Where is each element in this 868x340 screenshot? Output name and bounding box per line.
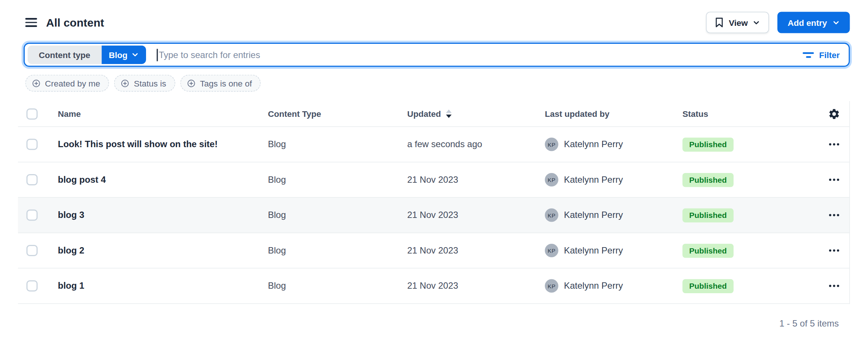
table-row[interactable]: blog post 4 Blog 21 Nov 2023 KP Katelynn…: [18, 163, 850, 198]
entry-updated: 21 Nov 2023: [407, 246, 545, 256]
avatar: KP: [545, 244, 558, 257]
entry-last-updated-by: Katelynn Perry: [564, 246, 623, 256]
entry-updated: a few seconds ago: [407, 139, 545, 149]
quick-filter-tags-is-one-of[interactable]: Tags is one of: [180, 75, 261, 92]
page-title: All content: [46, 16, 104, 29]
plus-circle-icon: [121, 79, 130, 88]
entry-updated: 21 Nov 2023: [407, 210, 545, 220]
bookmark-icon: [715, 18, 724, 28]
filter-button-label: Filter: [819, 50, 840, 60]
column-header-updated-label: Updated: [407, 109, 441, 119]
avatar: KP: [545, 138, 558, 151]
top-bar: All content View Add entry: [18, 11, 850, 34]
quick-filters-row: Created by me Status is Tags is one of: [25, 75, 850, 92]
entries-table: Name Content Type Updated Last updated b…: [18, 101, 850, 304]
quick-filter-created-by-me[interactable]: Created by me: [25, 75, 109, 92]
filter-button[interactable]: Filter: [803, 50, 840, 60]
entry-content-type: Blog: [268, 139, 407, 149]
select-all-checkbox[interactable]: [27, 108, 38, 119]
entry-name: blog post 4: [58, 175, 268, 185]
row-checkbox[interactable]: [27, 174, 38, 185]
hamburger-menu-icon[interactable]: [25, 18, 37, 27]
entry-content-type: Blog: [268, 281, 407, 291]
table-settings-gear-icon[interactable]: [828, 107, 841, 120]
column-header-updated[interactable]: Updated: [407, 109, 545, 119]
status-badge: Published: [683, 173, 734, 187]
content-type-selected: Blog: [109, 50, 128, 60]
table-header-row: Name Content Type Updated Last updated b…: [18, 101, 850, 127]
row-checkbox[interactable]: [27, 245, 38, 256]
status-badge: Published: [683, 243, 734, 258]
avatar: KP: [545, 209, 558, 222]
content-type-filter-label: Content type: [28, 46, 102, 64]
table-row[interactable]: Look! This post will show on the site! B…: [18, 127, 850, 163]
column-header-content-type: Content Type: [268, 109, 407, 119]
add-entry-button-label: Add entry: [788, 18, 827, 27]
entry-content-type: Blog: [268, 175, 407, 185]
content-type-filter-pill[interactable]: Content type Blog: [28, 46, 146, 64]
entry-updated: 21 Nov 2023: [407, 281, 545, 291]
status-badge: Published: [683, 137, 734, 152]
entry-name: blog 1: [58, 281, 268, 291]
plus-circle-icon: [32, 79, 41, 88]
row-actions-menu-icon[interactable]: [828, 140, 841, 149]
column-header-name: Name: [58, 109, 268, 119]
row-actions-menu-icon[interactable]: [828, 246, 841, 255]
row-checkbox[interactable]: [27, 210, 38, 221]
chevron-down-icon: [833, 19, 840, 26]
sort-descending-icon: [446, 110, 452, 118]
table-row[interactable]: blog 3 Blog 21 Nov 2023 KP Katelynn Perr…: [18, 198, 850, 233]
quick-filter-label: Created by me: [45, 78, 100, 88]
entry-content-type: Blog: [268, 246, 407, 256]
row-checkbox[interactable]: [27, 139, 38, 150]
status-badge: Published: [683, 279, 734, 293]
search-bar: Content type Blog Filter: [24, 43, 850, 67]
filter-icon: [803, 52, 814, 58]
row-actions-menu-icon[interactable]: [828, 175, 841, 184]
entry-name: Look! This post will show on the site!: [58, 139, 268, 149]
entry-updated: 21 Nov 2023: [407, 175, 545, 185]
view-button[interactable]: View: [706, 12, 769, 33]
entry-content-type: Blog: [268, 210, 407, 220]
add-entry-button[interactable]: Add entry: [778, 12, 850, 33]
entry-name: blog 2: [58, 246, 268, 256]
search-input[interactable]: [158, 50, 803, 60]
table-row[interactable]: blog 1 Blog 21 Nov 2023 KP Katelynn Perr…: [18, 268, 850, 303]
row-actions-menu-icon[interactable]: [828, 282, 841, 291]
column-header-last-updated-by: Last updated by: [545, 109, 683, 119]
table-footer: 1 - 5 of 5 items: [18, 319, 850, 329]
entry-last-updated-by: Katelynn Perry: [564, 175, 623, 185]
quick-filter-status-is[interactable]: Status is: [114, 75, 175, 92]
column-header-status: Status: [683, 109, 807, 119]
avatar: KP: [545, 279, 558, 293]
avatar: KP: [545, 173, 558, 186]
row-checkbox[interactable]: [27, 280, 38, 292]
table-row[interactable]: blog 2 Blog 21 Nov 2023 KP Katelynn Perr…: [18, 233, 850, 269]
chevron-down-icon: [131, 51, 139, 59]
all-content-page: All content View Add entry Conten: [0, 11, 868, 340]
content-type-filter-value[interactable]: Blog: [101, 46, 146, 64]
chevron-down-icon: [753, 19, 761, 26]
entry-last-updated-by: Katelynn Perry: [564, 281, 623, 291]
quick-filter-label: Status is: [134, 78, 166, 88]
entry-name: blog 3: [58, 210, 268, 220]
items-count: 1 - 5 of 5 items: [779, 319, 839, 329]
view-button-label: View: [729, 18, 748, 27]
quick-filter-label: Tags is one of: [200, 78, 252, 88]
row-actions-menu-icon[interactable]: [828, 211, 841, 220]
entry-last-updated-by: Katelynn Perry: [564, 210, 623, 220]
status-badge: Published: [683, 208, 734, 222]
plus-circle-icon: [187, 79, 195, 88]
entry-last-updated-by: Katelynn Perry: [564, 139, 623, 149]
